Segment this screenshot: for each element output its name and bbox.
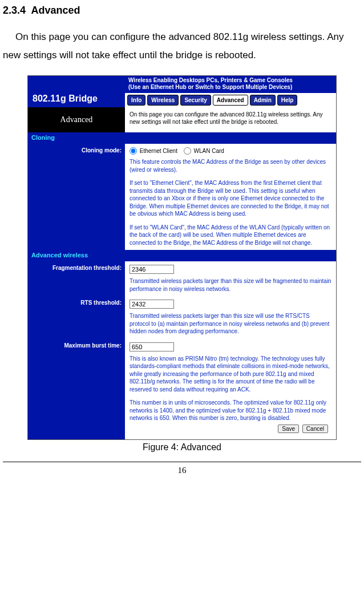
page-title: Advanced — [28, 107, 125, 132]
cloning-mode-ethernet[interactable]: Ethernet Client — [130, 148, 179, 154]
cloning-radio-ethernet[interactable] — [130, 147, 137, 155]
cloning-desc1: This feature controls the MAC Address of… — [130, 158, 331, 173]
page-intro: On this page you can configure the advan… — [125, 107, 336, 132]
cancel-button[interactable]: Cancel — [302, 425, 328, 433]
burst-time-desc2: This number is in units of microseconds.… — [130, 399, 331, 422]
logo-cell: 802.11g Bridge — [28, 76, 125, 107]
banner: Wireless Enabling Desktops PCs, Printers… — [125, 76, 336, 93]
cloning-wlan-text: WLAN Card — [194, 148, 224, 154]
section-cloning-header: Cloning — [28, 132, 125, 144]
burst-time-desc1: This is also known as PRISM Nitro (tm) t… — [130, 355, 331, 394]
intro-paragraph: On this page you can configure the advan… — [3, 28, 361, 65]
cloning-desc3: If set to "WLAN Card", the MAC Address o… — [130, 224, 331, 247]
tab-advanced[interactable]: Advanced — [213, 95, 248, 106]
page-number: 16 — [0, 466, 364, 480]
cloning-ethernet-text: Ethernet Client — [140, 148, 177, 154]
frag-threshold-label: Fragmentation threshold: — [28, 261, 125, 296]
tab-security[interactable]: Security — [180, 95, 211, 106]
tab-admin[interactable]: Admin — [250, 95, 276, 106]
screenshot-advanced: 802.11g Bridge Wireless Enabling Desktop… — [27, 75, 337, 440]
figure-caption: Figure 4: Advanced — [3, 442, 361, 452]
tab-wireless[interactable]: Wireless — [147, 95, 179, 106]
tab-help[interactable]: Help — [277, 95, 298, 106]
footer-rule — [3, 462, 361, 462]
frag-threshold-desc: Transmitted wireless packets larger than… — [130, 277, 331, 293]
tab-bar: Info Wireless Security Advanced Admin He… — [125, 93, 336, 107]
rts-threshold-input[interactable] — [130, 300, 174, 309]
tab-info[interactable]: Info — [127, 95, 145, 106]
save-button[interactable]: Save — [278, 425, 299, 433]
cloning-desc2: If set to "Ethernet Client", the MAC Add… — [130, 179, 331, 218]
cloning-mode-label: Cloning mode: — [28, 144, 125, 250]
section-heading: 2.3.4 Advanced — [3, 5, 361, 17]
rts-threshold-label: RTS threshold: — [28, 296, 125, 339]
section-advanced-wireless-header: Advanced wireless — [28, 250, 125, 261]
section-title: Advanced — [31, 5, 80, 16]
burst-time-label: Maximum burst time: — [28, 339, 125, 439]
logo-text: 802.11g Bridge — [33, 94, 98, 104]
section-number: 2.3.4 — [3, 5, 26, 16]
banner-line1: Wireless Enabling Desktops PCs, Printers… — [128, 77, 293, 83]
frag-threshold-input[interactable] — [130, 265, 174, 274]
rts-threshold-desc: Transmitted wireless packets larger than… — [130, 312, 331, 336]
cloning-radio-wlan[interactable] — [184, 147, 191, 155]
banner-line2: (Use an Ethernet Hub or Switch to Suppor… — [128, 84, 292, 90]
cloning-mode-wlan[interactable]: WLAN Card — [184, 148, 224, 154]
burst-time-input[interactable] — [130, 342, 174, 351]
